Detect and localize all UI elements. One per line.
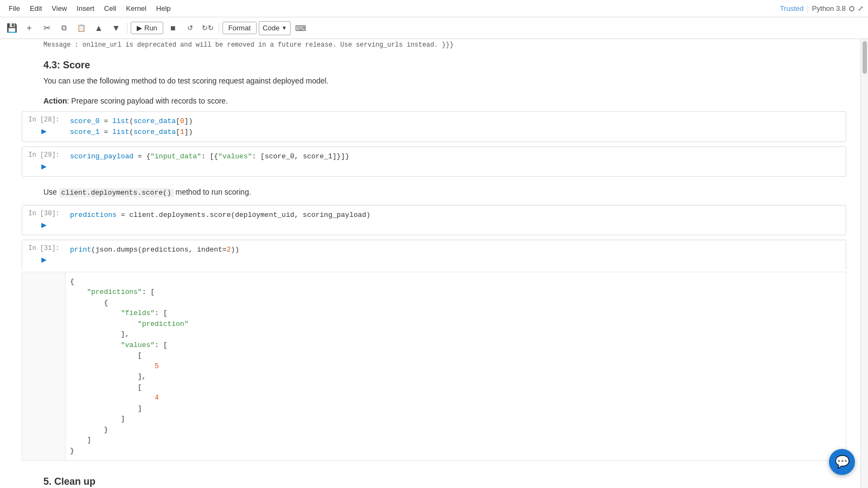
cell-30-code[interactable]: predictions = client.deployments.score(d…	[66, 206, 846, 235]
menu-kernel[interactable]: Kernel	[122, 3, 151, 14]
cell-28-label: In [28]:	[28, 116, 60, 124]
notebook-content: Message : online_url is deprecated and w…	[0, 39, 868, 488]
run-icon: ▶	[137, 24, 142, 32]
sep2	[219, 23, 219, 34]
sep1	[127, 23, 127, 34]
cell-28-code[interactable]: score_0 = list(score_data[0]) score_1 = …	[66, 112, 846, 142]
chat-icon: 💬	[835, 455, 850, 469]
menu-edit[interactable]: Edit	[25, 3, 46, 14]
section-43-description: You can use the following method to do t…	[43, 75, 825, 87]
cell-31-gutter: In [31]: ▶	[22, 240, 66, 269]
section-5-title: 5. Clean up	[43, 476, 825, 487]
cell-29-label: In [29]:	[28, 151, 60, 159]
section-43-title: 4.3: Score	[43, 60, 825, 71]
run-button[interactable]: ▶ Run	[131, 22, 163, 34]
copy-button[interactable]: ⧉	[56, 21, 72, 36]
menu-insert[interactable]: Insert	[72, 3, 99, 14]
menu-cell[interactable]: Cell	[100, 3, 120, 14]
separator: |	[807, 4, 809, 13]
menu-help[interactable]: Help	[152, 3, 175, 14]
section-43-action: Action: Prepare scoring payload with rec…	[0, 93, 868, 109]
section-43-heading: 4.3: Score You can use the following met…	[0, 53, 868, 93]
restart-run-button[interactable]: ↻↻	[200, 21, 215, 36]
menu-file[interactable]: File	[4, 3, 24, 14]
action-suffix: : Prepare scoring payload with records t…	[67, 97, 228, 105]
menu-bar: File Edit View Insert Cell Kernel Help T…	[0, 0, 868, 17]
top-output-text: Message : online_url is deprecated and w…	[43, 41, 454, 49]
mid-text-suffix: method to run scoring.	[174, 188, 251, 196]
cell-type-dropdown[interactable]: Code ▼	[259, 21, 291, 35]
chat-button[interactable]: 💬	[829, 449, 855, 475]
toolbar: 💾 + ✂ ⧉ 📋 ▲ ▼ ▶ Run ■ ↺ ↻↻ Format Code ▼…	[0, 17, 868, 39]
cell-29-run-icon[interactable]: ▶	[41, 161, 47, 172]
interrupt-button[interactable]: ■	[165, 21, 181, 36]
keyboard-shortcut-button[interactable]: ⌨	[293, 21, 308, 36]
mid-text-content: Use client.deployments.score() method to…	[43, 187, 825, 198]
cell-31-code[interactable]: print(json.dumps(predictions, indent=2))	[66, 240, 846, 269]
cell-30-gutter: In [30]: ▶	[22, 206, 66, 235]
cell-31-label: In [31]:	[28, 245, 60, 252]
trusted-label: Trusted	[780, 4, 804, 12]
output-31-gutter	[22, 272, 65, 461]
code-cell-30: In [30]: ▶ predictions = client.deployme…	[22, 205, 846, 235]
action-label: Action	[43, 97, 67, 105]
cell-31-run-icon[interactable]: ▶	[41, 254, 47, 265]
code-cell-28: In [28]: ▶ score_0 = list(score_data[0])…	[22, 111, 846, 142]
cell-30-run-icon[interactable]: ▶	[41, 220, 47, 230]
add-cell-button[interactable]: +	[22, 21, 37, 36]
code-cell-29: In [29]: ▶ scoring_payload = {"input_dat…	[22, 146, 846, 177]
move-up-button[interactable]: ▲	[91, 21, 106, 36]
cell-29-code[interactable]: scoring_payload = {"input_data": [{"valu…	[66, 147, 846, 176]
cell-28-run-icon[interactable]: ▶	[41, 126, 47, 137]
cell-28-gutter: In [28]: ▶	[22, 112, 66, 142]
menu-view[interactable]: View	[47, 3, 71, 14]
scrollbar[interactable]	[860, 39, 868, 488]
kernel-name: Python 3.8	[812, 4, 846, 12]
move-down-button[interactable]: ▼	[108, 21, 124, 36]
chevron-down-icon: ▼	[282, 25, 287, 31]
output-cell-31: { "predictions": [ { "fields": [ "predic…	[22, 272, 846, 461]
action-text: Action: Prepare scoring payload with rec…	[43, 95, 825, 107]
cell-30-label: In [30]:	[28, 210, 60, 217]
kernel-status-icon	[849, 6, 854, 11]
save-button[interactable]: 💾	[4, 21, 20, 36]
run-label: Run	[144, 24, 157, 32]
code-cell-31: In [31]: ▶ print(json.dumps(predictions,…	[22, 240, 846, 269]
format-button[interactable]: Format	[222, 22, 257, 34]
expand-icon[interactable]: ⤢	[858, 4, 864, 12]
top-output: Message : online_url is deprecated and w…	[0, 39, 868, 51]
mid-text: Use client.deployments.score() method to…	[0, 179, 868, 203]
section-5: 5. Clean up If you want to clean up all …	[0, 463, 868, 488]
scrollbar-thumb[interactable]	[863, 41, 867, 74]
cell-type-label: Code	[263, 24, 279, 32]
restart-button[interactable]: ↺	[183, 21, 198, 36]
mid-text-code: client.deployments.score()	[59, 188, 174, 197]
output-31-content: { "predictions": [ { "fields": [ "predic…	[65, 272, 846, 461]
paste-button[interactable]: 📋	[74, 21, 89, 36]
cell-29-gutter: In [29]: ▶	[22, 147, 66, 176]
kernel-info: Python 3.8 ⤢	[812, 4, 864, 12]
cut-button[interactable]: ✂	[39, 21, 54, 36]
toolbar-right: Trusted | Python 3.8 ⤢	[780, 4, 864, 13]
mid-text-prefix: Use	[43, 188, 59, 196]
